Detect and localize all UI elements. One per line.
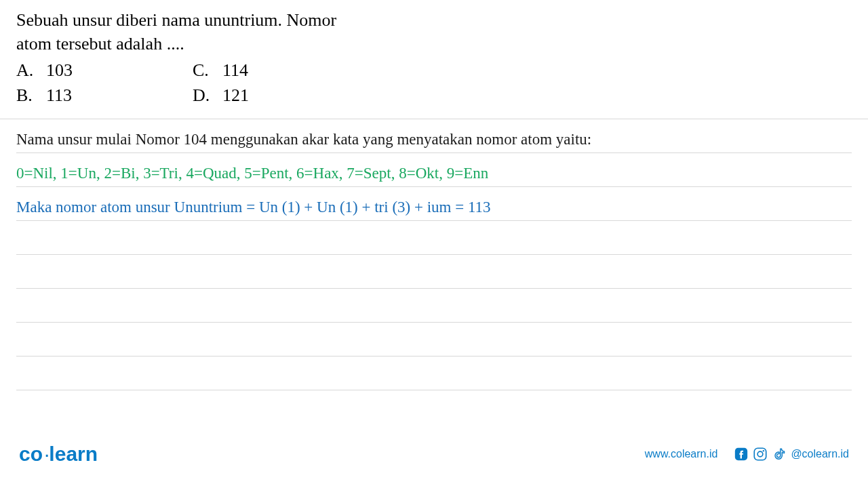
socials: @colearn.id	[734, 447, 849, 462]
logo: co·learn	[19, 443, 98, 466]
svg-point-3	[763, 450, 764, 451]
answer-line-3: Maka nomor atom unsur Ununtrium = Un (1)…	[16, 187, 852, 221]
option-d: D. 121	[193, 83, 369, 108]
option-a-value: 103	[46, 58, 73, 83]
tiktok-icon	[772, 447, 787, 462]
blank-line-1	[16, 221, 852, 255]
question-line-1: Sebuah unsur diberi nama ununtrium. Nomo…	[16, 8, 852, 32]
answer-area: Nama unsur mulai Nomor 104 menggunakan a…	[0, 119, 868, 424]
option-d-value: 121	[222, 83, 249, 108]
blank-line-2	[16, 255, 852, 289]
facebook-icon	[734, 447, 749, 462]
answer-line-1: Nama unsur mulai Nomor 104 menggunakan a…	[16, 119, 852, 153]
svg-rect-1	[755, 448, 766, 460]
option-c: C. 114	[193, 58, 369, 83]
blank-line-4	[16, 323, 852, 357]
options-left-column: A. 103 B. 113	[16, 58, 193, 108]
option-b: B. 113	[16, 83, 193, 108]
option-a-letter: A.	[16, 58, 46, 83]
options-right-column: C. 114 D. 121	[193, 58, 369, 108]
options-container: A. 103 B. 113 C. 114 D. 121	[16, 58, 852, 108]
option-a: A. 103	[16, 58, 193, 83]
option-c-letter: C.	[193, 58, 222, 83]
logo-co: co	[19, 443, 43, 465]
question-line-2: atom tersebut adalah ....	[16, 32, 852, 56]
website-url: www.colearn.id	[645, 448, 718, 460]
blank-line-6	[16, 390, 852, 424]
question-area: Sebuah unsur diberi nama ununtrium. Nomo…	[0, 0, 868, 119]
logo-dot-icon: ·	[44, 443, 47, 465]
blank-line-5	[16, 357, 852, 390]
instagram-icon	[753, 447, 768, 462]
social-handle: @colearn.id	[791, 448, 849, 460]
option-b-letter: B.	[16, 83, 46, 108]
svg-point-2	[758, 451, 764, 457]
option-b-value: 113	[46, 83, 72, 108]
footer-right: www.colearn.id @colearn.id	[645, 447, 849, 462]
option-d-letter: D.	[193, 83, 222, 108]
logo-learn: learn	[49, 443, 98, 465]
blank-line-3	[16, 289, 852, 323]
option-c-value: 114	[222, 58, 248, 83]
footer: co·learn www.colearn.id @colearn.id	[0, 434, 868, 488]
answer-line-2: 0=Nil, 1=Un, 2=Bi, 3=Tri, 4=Quad, 5=Pent…	[16, 153, 852, 187]
